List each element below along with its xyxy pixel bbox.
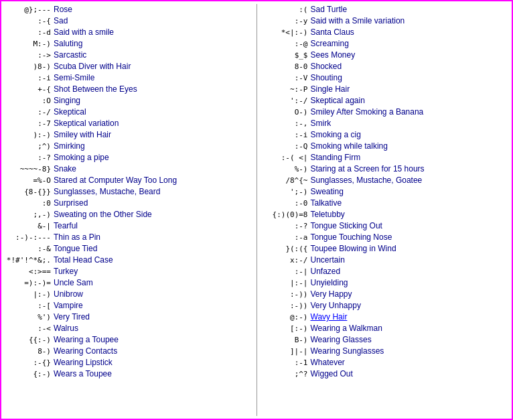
emoticon-label: Smoking a cig — [311, 130, 361, 139]
emoticon-label: Walrus — [54, 324, 78, 333]
emoticon-code: :0 — [4, 199, 51, 208]
table-row: ]|-|Wearing Sunglasses — [260, 346, 511, 356]
emoticon-code: [:-) — [261, 324, 308, 333]
emoticon-code: :-| — [261, 267, 308, 276]
table-row: x:-/Uncertain — [260, 255, 511, 265]
emoticon-label: Sad Turtle — [311, 5, 348, 14]
emoticon-code: {{:-) — [4, 336, 51, 344]
emoticon-label: Smirk — [311, 119, 332, 128]
emoticon-label: Skeptical again — [311, 96, 365, 105]
table-row: 8-)Wearing Contacts — [3, 346, 254, 356]
emoticon-code: +-{ — [4, 85, 51, 94]
table-row: :-@Screaming — [260, 38, 511, 49]
emoticon-code: =%-O — [4, 176, 51, 185]
emoticon-label: Wigged Out — [311, 369, 353, 378]
emoticon-label: Wearing a Toupee — [54, 335, 119, 344]
table-row: =%-OStared at Computer Way Too Long — [3, 175, 254, 186]
table-row: :-1Whatever — [260, 357, 511, 368]
emoticon-code: :-{ — [4, 17, 51, 25]
table-row: :OSinging — [3, 95, 254, 106]
table-row: ;^)Smirking — [3, 141, 254, 151]
emoticon-code: ;^) — [4, 142, 51, 151]
table-row: <:>==Turkey — [3, 266, 254, 277]
emoticon-code: :-? — [4, 153, 51, 162]
emoticon-label: Wearing a Walkman — [311, 324, 382, 333]
emoticon-label: Scuba Diver with Hair — [54, 62, 131, 71]
emoticon-code: :-d — [4, 28, 51, 37]
emoticon-label: Sweating — [311, 187, 344, 196]
emoticon-label: Wearing Lipstick — [54, 358, 113, 367]
emoticon-label: Tearful — [54, 221, 78, 230]
emoticon-label: Turkey — [54, 267, 78, 276]
table-row: {:-)Wears a Toupee — [3, 368, 254, 379]
table-row: $_$Sees Money — [260, 50, 511, 60]
table-row: :-ySaid with a Smile variation — [260, 15, 511, 26]
emoticon-label: Uncle Sam — [54, 278, 93, 287]
emoticon-label: Skeptical variation — [54, 119, 119, 128]
table-row: %-)Staring at a Screen for 15 hours — [260, 163, 511, 174]
emoticon-label: Unyielding — [311, 278, 348, 287]
table-row: +-{Shot Between the Eyes — [3, 84, 254, 94]
emoticon-code: ';-) — [261, 188, 308, 196]
table-row: :-0Talkative — [260, 198, 511, 208]
emoticon-code: M:-) — [4, 40, 51, 48]
emoticon-code: :O — [4, 96, 51, 105]
emoticon-label: Smoking while talking — [311, 141, 388, 151]
table-row: =):-)=Uncle Sam — [3, 277, 254, 288]
table-row: :-,Smirk — [260, 118, 511, 129]
emoticon-label[interactable]: Wavy Hair — [311, 312, 348, 322]
table-row: }(:({Toupee Blowing in Wind — [260, 243, 511, 254]
emoticon-label: Very Tired — [54, 312, 90, 322]
column-divider — [256, 4, 257, 416]
emoticon-label: Tongue Sticking Out — [311, 221, 382, 230]
table-row: *<|:-)Santa Claus — [260, 27, 511, 38]
emoticon-label: Sad — [54, 16, 68, 25]
emoticon-label: Toupee Blowing in Wind — [311, 244, 396, 253]
emoticon-code: ~~~~-8} — [4, 165, 51, 173]
emoticon-code: O-) — [261, 108, 308, 117]
table-row: O-)Smiley After Smoking a Banana — [260, 107, 511, 117]
emoticon-label: Teletubby — [311, 210, 345, 219]
emoticon-label: Saluting — [54, 39, 82, 48]
emoticon-label: Tongue Touching Nose — [311, 232, 392, 242]
emoticon-label: Tongue Tied — [54, 244, 97, 253]
emoticon-code: }(:({ — [261, 244, 308, 253]
emoticon-code: x:-/ — [261, 256, 308, 265]
emoticon-label: Stared at Computer Way Too Long — [54, 176, 177, 185]
emoticon-label: Thin as a Pin — [54, 232, 100, 242]
table-row: :-))Very Unhappy — [260, 300, 511, 311]
table-row: :-7Skeptical variation — [3, 118, 254, 129]
emoticon-code: &-| — [4, 222, 51, 230]
emoticon-code: @:-) — [261, 313, 308, 322]
table-row: ';-)Sweating — [260, 186, 511, 197]
emoticon-code: ):-) — [4, 131, 51, 139]
emoticon-code: =):-)= — [4, 279, 51, 287]
emoticon-label: Unibrow — [54, 289, 83, 299]
emoticon-label: Screaming — [311, 39, 349, 48]
emoticon-code: :-i — [4, 74, 51, 82]
emoticon-code: <:>== — [4, 267, 51, 276]
emoticon-code: )8-) — [4, 62, 51, 71]
emoticon-label: Wearing Contacts — [54, 346, 117, 356]
emoticon-code: ]|-| — [261, 347, 308, 356]
emoticon-code: *!#'!^*&;. — [4, 256, 51, 265]
emoticon-code: *<|:-) — [261, 28, 308, 37]
emoticon-code: $_$ — [261, 51, 308, 60]
table-row: :-?Tongue Sticking Out — [260, 220, 511, 231]
table-row: :->Sarcastic — [3, 50, 254, 60]
table-row: :-[Vampire — [3, 300, 254, 311]
table-row: :-VShouting — [260, 72, 511, 83]
emoticon-code: :-i — [261, 131, 308, 139]
table-row: %')Very Tired — [3, 311, 254, 322]
table-row: :-iSmoking a cig — [260, 129, 511, 140]
emoticon-code: |:-| — [261, 279, 308, 287]
emoticon-code: :-< — [4, 324, 51, 333]
table-row: :-iSemi-Smile — [3, 72, 254, 83]
emoticon-code: :-V — [261, 74, 308, 82]
emoticon-label: Smirking — [54, 141, 85, 151]
table-row: [:-)Wearing a Walkman — [260, 323, 511, 334]
table-row: B-)Wearing Glasses — [260, 334, 511, 345]
emoticon-label: Sarcastic — [54, 50, 86, 60]
main-container: @};---Rose:-{Sad:-dSaid with a smileM:-)… — [1, 1, 512, 419]
emoticon-label: Semi-Smile — [54, 73, 94, 82]
